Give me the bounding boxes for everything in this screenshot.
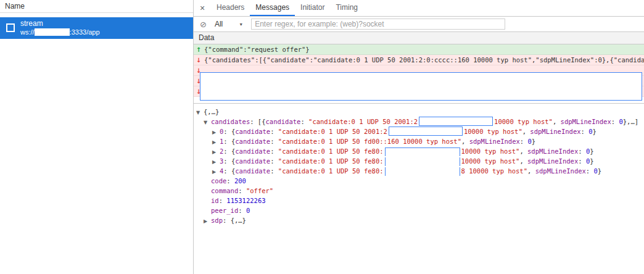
json-punct: , [553,118,561,125]
tree-item-0[interactable]: ▶0: {candidate: "candidate:0 1 UDP 50 20… [194,127,644,136]
message-filter-bar: ⊘ All ▼ [194,17,644,32]
json-key: peer_id [211,207,238,214]
websocket-request-row[interactable]: stream ws://:3333/app [0,17,193,39]
json-key: sdpMLineIndex [561,118,611,125]
tree-field-command: command: "offer" [194,186,644,196]
block-icon[interactable]: ⊘ [200,20,207,28]
message-row-received[interactable]: ↓ {"candidates":[{"candidate":"candidate… [194,55,644,65]
tab-headers[interactable]: Headers [211,0,250,16]
json-key: sdp [211,217,223,224]
message-json-tree: ▼{,…} ▼candidates: [{candidate: "candida… [194,104,644,225]
json-punct: , [461,138,469,145]
json-key: candidate [235,128,270,135]
json-punct: : { [223,167,235,175]
direction-filter-dropdown[interactable]: All [215,20,223,28]
json-key: sdpMLineIndex [527,147,578,155]
json-key: sdpMLineIndex [527,157,578,165]
json-punct: } [590,147,593,155]
expand-arrow-icon[interactable]: ▶ [204,217,211,225]
json-string: "candidate:0 1 UDP 50 fd00::160 10000 ty… [278,138,461,145]
chevron-down-icon[interactable]: ▼ [239,22,243,27]
arrow-down-icon: ↓ [196,57,202,64]
json-punct: , [519,157,527,165]
close-icon[interactable]: × [194,0,211,16]
tab-initiator[interactable]: Initiator [295,0,330,16]
json-punct: : [226,177,234,185]
data-column-header: Data [194,32,644,44]
tree-item-1[interactable]: ▶1: {candidate: "candidate:0 1 UDP 50 fd… [194,136,644,146]
json-key: sdpMLineIndex [469,138,520,145]
expand-arrow-icon[interactable]: ▶ [212,167,220,176]
tab-messages[interactable]: Messages [250,0,295,16]
name-column-header[interactable]: Name [0,0,193,13]
tree-item-3[interactable]: ▶3: {candidate: "candidate:0 1 UDP 50 fe… [194,156,644,166]
json-string: 8 10000 typ host" [461,167,527,175]
tree-field-peer-id: peer_id: 0 [194,206,644,215]
json-string: "offer" [246,187,273,194]
json-punct: : [578,157,586,165]
json-string: 10000 typ host" [461,147,520,155]
expand-arrow-icon[interactable]: ▶ [212,147,220,156]
json-punct: : [270,167,278,175]
json-key: candidate [235,167,270,175]
redaction-box [419,117,493,126]
expand-arrow-icon[interactable]: ▶ [212,157,220,166]
tree-item-4[interactable]: ▶4: {candidate: "candidate:0 1 UDP 50 fe… [194,166,644,176]
redaction-box [385,147,460,156]
json-punct: : [270,128,278,135]
json-punct: : [219,197,227,204]
message-list: ↑ {"command":"request_offer"} ↓ {"candid… [194,44,644,104]
json-punct: , [522,128,530,135]
json-string: "candidate:0 1 UDP 50 fe80: [278,167,384,175]
json-preview: {,…} [204,108,219,115]
json-punct: : [270,138,278,145]
json-punct: : [238,187,246,194]
json-punct: : [300,118,308,125]
json-punct: : [238,207,246,214]
tree-node-sdp[interactable]: ▶sdp: {,…} [194,215,644,225]
arrow-up-icon: ↑ [196,46,202,53]
tree-root[interactable]: ▼{,…} [194,107,644,117]
json-punct: } [532,138,535,145]
json-number: 1153122263 [226,197,265,204]
json-key: candidate [235,157,270,165]
redaction-box [385,167,460,176]
regex-filter-input[interactable] [251,19,505,30]
tree-item-2[interactable]: ▶2: {candidate: "candidate:0 1 UDP 50 fe… [194,146,644,156]
json-number: 0 [246,207,250,214]
json-punct: } [593,128,597,135]
message-payload: {"candidates":[{"candidate":"candidate:0… [204,56,644,64]
json-punct: : [611,118,619,125]
expand-arrow-icon[interactable]: ▼ [204,118,211,127]
json-punct: : { [223,157,235,165]
json-punct: },…] [623,118,638,125]
details-tab-bar: × Headers Messages Initiator Timing [194,0,644,17]
request-list-panel: Name stream ws://:3333/app [0,0,194,274]
json-punct: } [598,167,601,175]
websocket-resource-icon [6,23,15,32]
redaction-box [200,72,642,101]
expand-arrow-icon[interactable]: ▼ [196,108,204,117]
json-punct: , [527,167,535,175]
expand-arrow-icon[interactable]: ▶ [212,128,220,136]
json-string: "candidate:0 1 UDP 50 fe80: [278,157,384,165]
redaction-box [35,28,70,36]
expand-arrow-icon[interactable]: ▶ [212,138,220,146]
request-url: ws://:3333/app [20,28,100,36]
json-punct: , [519,147,527,155]
tree-node-candidates[interactable]: ▼candidates: [{candidate: "candidate:0 1… [194,117,644,127]
tab-timing[interactable]: Timing [330,0,363,16]
json-punct: : [581,128,589,135]
json-string: "candidate:0 1 UDP 50 fe80: [278,147,384,155]
message-payload: {"command":"request_offer"} [204,46,644,53]
json-punct: : [586,167,594,175]
redaction-box [389,127,463,136]
json-key: id [211,197,219,204]
json-punct: : [520,138,528,145]
json-key: sdpMLineIndex [535,167,586,175]
json-key: candidate [235,138,270,145]
request-details-panel: × Headers Messages Initiator Timing ⊘ Al… [194,0,644,274]
json-string: "candidate:0 1 UDP 50 2001:2 [278,128,387,135]
json-punct: : [223,217,231,224]
message-row-sent[interactable]: ↑ {"command":"request_offer"} [194,44,644,55]
